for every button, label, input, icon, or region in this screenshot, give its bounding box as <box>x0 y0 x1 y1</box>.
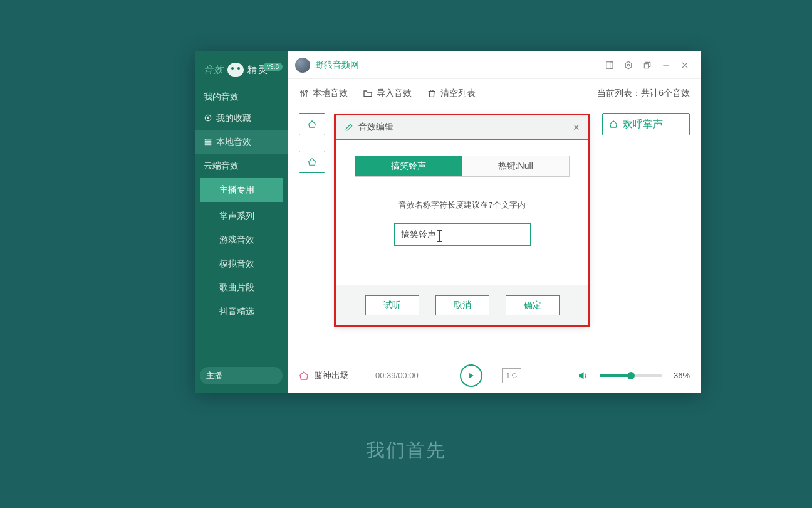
loop-button[interactable]: 1 <box>502 368 521 383</box>
folder-icon <box>363 88 373 98</box>
text-cursor-icon <box>439 231 440 241</box>
play-button[interactable] <box>460 364 482 387</box>
sound-card-partial-2[interactable] <box>299 151 325 173</box>
edit-icon <box>345 123 353 132</box>
avatar[interactable] <box>295 58 310 73</box>
page-title: 野狼音频网 <box>315 60 359 71</box>
toolbar-clear-label: 清空列表 <box>440 88 476 99</box>
modal-body: 搞笑铃声 热键:Null 音效名称字符长度建议在7个文字内 <box>336 140 588 285</box>
svg-point-17 <box>301 92 303 93</box>
volume-percent: 36% <box>674 371 690 380</box>
sidebar-item-label: 歌曲片段 <box>219 282 254 292</box>
sound-name-input[interactable] <box>394 223 531 246</box>
settings-icon[interactable] <box>620 56 637 74</box>
tag-icon <box>609 120 618 129</box>
modal-title: 音效编辑 <box>358 122 393 133</box>
sidebar-item-local[interactable]: 本地音效 <box>195 130 288 154</box>
cancel-button[interactable]: 取消 <box>435 295 489 315</box>
segment-tabs: 搞笑铃声 热键:Null <box>355 156 570 177</box>
svg-point-18 <box>303 94 305 96</box>
toolbar: 本地音效 导入音效 清空列表 当前列表：共计6个音效 <box>288 79 701 108</box>
sidebar-item-label: 抖音精选 <box>219 306 254 316</box>
sidebar-item-applause[interactable]: 掌声系列 <box>195 204 288 228</box>
volume-thumb[interactable] <box>627 372 635 379</box>
logo-left: 音效 <box>204 64 224 76</box>
sidebar-item-songclip[interactable]: 歌曲片段 <box>195 276 288 300</box>
window-layout-icon[interactable] <box>601 56 618 74</box>
sidebar-item-douyin[interactable]: 抖音精选 <box>195 300 288 324</box>
player-bar: 赌神出场 00:39/00:00 1 36% <box>288 357 701 393</box>
tag-icon <box>308 157 316 166</box>
svg-point-19 <box>306 90 308 92</box>
sidebar-item-label: 主播专用 <box>219 184 254 194</box>
svg-point-9 <box>627 64 630 66</box>
search-input[interactable] <box>206 371 311 381</box>
list-count: 当前列表：共计6个音效 <box>597 88 690 99</box>
time-display: 00:39/00:00 <box>375 371 419 380</box>
trash-icon <box>427 88 437 98</box>
volume-icon[interactable] <box>577 370 588 381</box>
logo: 音效 精灵 v9.8 <box>195 51 288 85</box>
try-button[interactable]: 试听 <box>365 295 419 315</box>
volume-slider[interactable] <box>600 374 662 377</box>
toolbar-local-label: 本地音效 <box>313 88 348 99</box>
sidebar-item-label: 模拟音效 <box>219 258 254 268</box>
overlap-icon[interactable] <box>638 56 656 74</box>
sidebar-item-label: 我的收藏 <box>216 113 251 123</box>
version-badge: v9.8 <box>263 63 283 71</box>
sidebar-item-label: 掌声系列 <box>219 211 254 221</box>
now-playing-label: 赌神出场 <box>314 370 349 381</box>
equalizer-icon <box>299 88 309 98</box>
titlebar: 野狼音频网 <box>288 51 701 79</box>
toolbar-local-button[interactable]: 本地音效 <box>299 88 348 99</box>
list-icon <box>204 137 212 146</box>
subtitle-text: 我们首先 <box>0 438 812 463</box>
logo-ghost-icon <box>227 63 244 77</box>
section-cloud-sounds: 云端音效 <box>195 154 288 176</box>
svg-rect-10 <box>644 63 648 68</box>
sidebar-item-label: 游戏音效 <box>219 235 254 245</box>
svg-marker-8 <box>625 61 631 69</box>
toolbar-clear-button[interactable]: 清空列表 <box>427 88 476 99</box>
star-icon <box>204 114 212 122</box>
modal-header: 音效编辑 × <box>336 115 588 140</box>
tag-icon <box>308 120 316 129</box>
sound-card-label: 欢呼掌声 <box>623 118 663 131</box>
tab-hotkey[interactable]: 热键:Null <box>462 156 570 176</box>
modal-hint: 音效名称字符长度建议在7个文字内 <box>355 199 570 211</box>
volume-fill <box>600 374 631 377</box>
minimize-icon[interactable] <box>657 56 675 74</box>
svg-rect-1 <box>205 139 211 140</box>
edit-modal: 音效编辑 × 搞笑铃声 热键:Null 音效名称字符长度建议在7个文字内 试听 … <box>336 115 588 325</box>
search-box[interactable] <box>200 367 283 384</box>
svg-rect-2 <box>205 141 211 142</box>
svg-rect-3 <box>205 144 211 145</box>
modal-footer: 试听 取消 确定 <box>336 285 588 325</box>
ok-button[interactable]: 确定 <box>506 295 560 315</box>
section-my-sounds: 我的音效 <box>195 85 288 107</box>
sidebar-item-label: 本地音效 <box>216 137 251 147</box>
sidebar-item-game[interactable]: 游戏音效 <box>195 228 288 252</box>
loop-count: 1 <box>506 372 510 379</box>
close-icon[interactable] <box>676 56 694 74</box>
sidebar-item-favorites[interactable]: 我的收藏 <box>195 107 288 130</box>
sound-card-cheer[interactable]: 欢呼掌声 <box>602 113 690 135</box>
sidebar-item-simulate[interactable]: 模拟音效 <box>195 252 288 276</box>
modal-close-button[interactable]: × <box>573 121 580 134</box>
toolbar-import-button[interactable]: 导入音效 <box>363 88 412 99</box>
tab-name[interactable]: 搞笑铃声 <box>355 156 462 176</box>
sidebar-item-broadcast[interactable]: 主播专用 <box>200 178 283 202</box>
sidebar: 音效 精灵 v9.8 我的音效 我的收藏 本地音效 云端音效 主播专用 掌声系列… <box>195 51 288 393</box>
svg-rect-7 <box>610 61 613 68</box>
sound-card-partial-1[interactable] <box>299 113 325 135</box>
toolbar-import-label: 导入音效 <box>377 88 412 99</box>
